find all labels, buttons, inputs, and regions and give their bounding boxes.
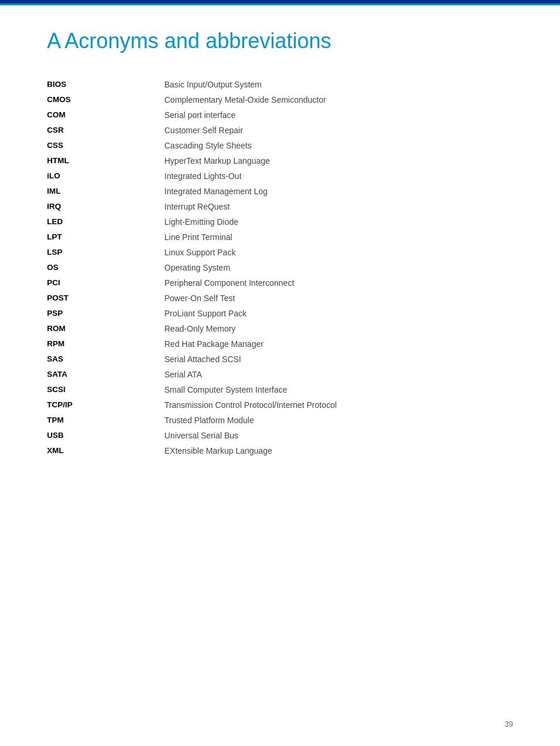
- acronym-abbr: OS: [47, 260, 164, 275]
- table-row: SCSISmall Computer System Interface: [47, 382, 513, 397]
- table-row: ROMRead-Only Memory: [47, 321, 513, 336]
- table-row: LSPLinux Support Pack: [47, 245, 513, 260]
- acronym-definition: Light-Emitting Diode: [164, 214, 513, 229]
- acronym-abbr: CMOS: [47, 92, 164, 107]
- table-row: HTMLHyperText Markup Language: [47, 153, 513, 168]
- table-row: CSRCustomer Self Repair: [47, 123, 513, 138]
- acronym-abbr: SAS: [47, 352, 164, 367]
- acronym-definition: EXtensible Markup Language: [164, 443, 513, 458]
- acronym-definition: Operating System: [164, 260, 513, 275]
- acronym-definition: Integrated Lights-Out: [164, 168, 513, 184]
- acronym-abbr: TPM: [47, 413, 164, 428]
- acronym-definition: Transmission Control Protocol/Internet P…: [164, 397, 513, 413]
- acronym-definition: Power-On Self Test: [164, 291, 513, 306]
- table-row: SATASerial ATA: [47, 367, 513, 382]
- acronym-abbr: COM: [47, 107, 164, 123]
- acronym-abbr: XML: [47, 443, 164, 458]
- acronym-definition: Read-Only Memory: [164, 321, 513, 336]
- page-title: A Acronyms and abbreviations: [47, 29, 513, 59]
- table-row: PSPProLiant Support Pack: [47, 306, 513, 321]
- acronym-definition: Complementary Metal-Oxide Semiconductor: [164, 92, 513, 107]
- acronym-abbr: IML: [47, 184, 164, 199]
- page-number: 39: [505, 720, 513, 728]
- table-row: POSTPower-On Self Test: [47, 291, 513, 306]
- table-row: XMLEXtensible Markup Language: [47, 443, 513, 458]
- table-row: iLOIntegrated Lights-Out: [47, 168, 513, 184]
- acronym-definition: Small Computer System Interface: [164, 382, 513, 397]
- acronym-definition: Interrupt ReQuest: [164, 199, 513, 214]
- acronym-abbr: PSP: [47, 306, 164, 321]
- acronym-abbr: SATA: [47, 367, 164, 382]
- acronym-abbr: PCI: [47, 275, 164, 291]
- table-row: TPMTrusted Platform Module: [47, 413, 513, 428]
- table-row: CSSCascading Style Sheets: [47, 138, 513, 153]
- acronym-definition: Line Print Terminal: [164, 229, 513, 245]
- acronym-abbr: iLO: [47, 168, 164, 184]
- acronym-abbr: ROM: [47, 321, 164, 336]
- acronym-definition: Peripheral Component Interconnect: [164, 275, 513, 291]
- acronym-definition: Cascading Style Sheets: [164, 138, 513, 153]
- table-row: IRQInterrupt ReQuest: [47, 199, 513, 214]
- acronym-abbr: CSR: [47, 123, 164, 138]
- acronym-abbr: BIOS: [47, 77, 164, 92]
- acronym-abbr: SCSI: [47, 382, 164, 397]
- table-row: IMLIntegrated Management Log: [47, 184, 513, 199]
- acronym-abbr: TCP/IP: [47, 397, 164, 413]
- acronyms-table: BIOSBasic Input/Output SystemCMOSComplem…: [47, 77, 513, 458]
- acronym-definition: ProLiant Support Pack: [164, 306, 513, 321]
- table-row: OSOperating System: [47, 260, 513, 275]
- table-row: SASSerial Attached SCSI: [47, 352, 513, 367]
- acronym-definition: HyperText Markup Language: [164, 153, 513, 168]
- table-row: TCP/IPTransmission Control Protocol/Inte…: [47, 397, 513, 413]
- acronym-definition: Red Hat Package Manager: [164, 336, 513, 352]
- acronym-definition: Serial ATA: [164, 367, 513, 382]
- table-row: BIOSBasic Input/Output System: [47, 77, 513, 92]
- acronym-abbr: POST: [47, 291, 164, 306]
- table-row: LEDLight-Emitting Diode: [47, 214, 513, 229]
- table-row: COMSerial port interface: [47, 107, 513, 123]
- acronym-abbr: HTML: [47, 153, 164, 168]
- acronym-abbr: CSS: [47, 138, 164, 153]
- table-row: CMOSComplementary Metal-Oxide Semiconduc…: [47, 92, 513, 107]
- acronym-abbr: LPT: [47, 229, 164, 245]
- table-row: PCIPeripheral Component Interconnect: [47, 275, 513, 291]
- acronym-abbr: LSP: [47, 245, 164, 260]
- acronym-abbr: USB: [47, 428, 164, 443]
- acronym-definition: Basic Input/Output System: [164, 77, 513, 92]
- acronym-definition: Integrated Management Log: [164, 184, 513, 199]
- acronym-abbr: IRQ: [47, 199, 164, 214]
- table-row: USBUniversal Serial Bus: [47, 428, 513, 443]
- acronym-definition: Linux Support Pack: [164, 245, 513, 260]
- table-row: RPMRed Hat Package Manager: [47, 336, 513, 352]
- acronym-definition: Serial port interface: [164, 107, 513, 123]
- table-row: LPTLine Print Terminal: [47, 229, 513, 245]
- acronym-abbr: RPM: [47, 336, 164, 352]
- acronym-definition: Customer Self Repair: [164, 123, 513, 138]
- acronym-abbr: LED: [47, 214, 164, 229]
- acronym-definition: Serial Attached SCSI: [164, 352, 513, 367]
- acronym-definition: Trusted Platform Module: [164, 413, 513, 428]
- acronym-definition: Universal Serial Bus: [164, 428, 513, 443]
